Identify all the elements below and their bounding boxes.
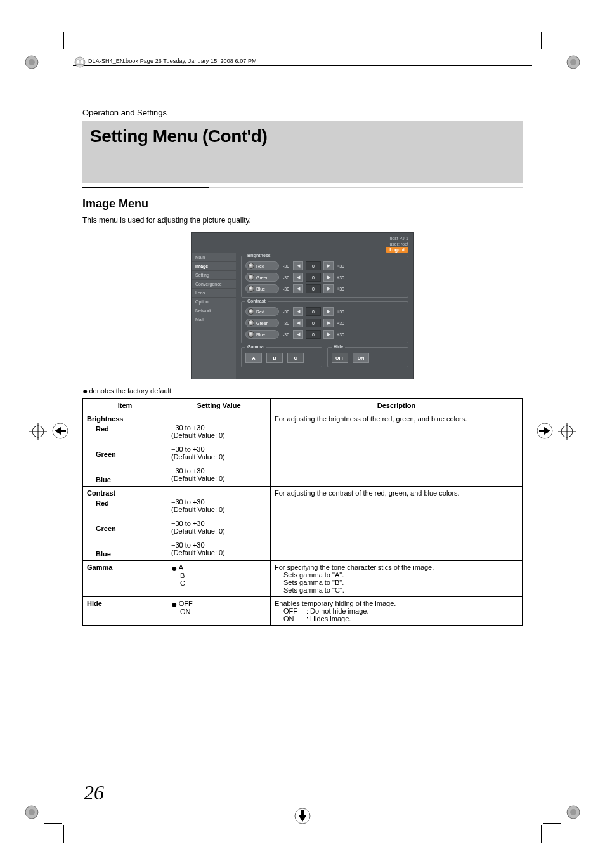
accent-rule (82, 183, 523, 192)
crop-mark (44, 51, 62, 51)
item-contrast-green: Green (87, 525, 163, 532)
brightness-green-value: 0 (306, 273, 321, 282)
host-name: host PJ-1 (389, 236, 408, 240)
th-value: Setting Value (167, 399, 271, 412)
desc-gamma-main: For specifying the tone characteristics … (275, 563, 518, 571)
contrast-blue-chip[interactable]: Blue (245, 330, 279, 339)
sidebar-item-setting[interactable]: Setting (192, 271, 236, 280)
sidebar: Main Image Setting Convergence Lens Opti… (192, 253, 236, 379)
hide-option-off[interactable]: OFF (332, 353, 348, 363)
svg-point-3 (570, 59, 576, 65)
desc-gamma-c: Sets gamma to "C". (275, 586, 518, 594)
radio-dot-icon (248, 274, 254, 280)
sidebar-item-option[interactable]: Option (192, 298, 236, 306)
brightness-blue-row: Blue -30 ◀ 0 ▶ +30 (245, 284, 404, 293)
logout-button[interactable]: Logout (386, 247, 408, 253)
desc-hide-off: OFF: Do not hide image. (275, 607, 518, 615)
value-contrast-blue-range: −30 to +30 (171, 541, 205, 549)
increment-button[interactable]: ▶ (323, 273, 334, 282)
brightness-red-chip[interactable]: Red (245, 261, 279, 270)
value-brightness-green-range: −30 to +30 (171, 445, 205, 453)
decrement-button[interactable]: ◀ (293, 284, 303, 293)
decrement-button[interactable]: ◀ (293, 307, 303, 316)
svg-marker-17 (539, 427, 550, 435)
decrement-button[interactable]: ◀ (293, 261, 303, 270)
desc-hide-on: ON: Hides image. (275, 615, 518, 622)
crop-mark (63, 825, 64, 843)
sidebar-item-mail[interactable]: Mail (192, 315, 236, 324)
item-brightness-red: Red (87, 425, 163, 433)
page-number: 26 (84, 781, 104, 805)
contrast-red-value: 0 (306, 307, 321, 316)
value-brightness-red-range: −30 to +30 (171, 424, 205, 431)
radio-dot-icon (248, 308, 254, 315)
row-gamma: Gamma ●A B C For specifying the tone cha… (83, 561, 523, 597)
section-path: Operation and Settings (82, 108, 523, 117)
item-hide: Hide (87, 600, 102, 607)
brightness-green-row: Green -30 ◀ 0 ▶ +30 (245, 273, 404, 282)
brightness-group: Brightness Red -30 ◀ 0 ▶ +30 Green (241, 256, 408, 298)
increment-button[interactable]: ▶ (323, 330, 334, 339)
value-contrast-red-default: (Default Value: 0) (171, 506, 225, 513)
range-max-label: +30 (336, 264, 345, 268)
item-brightness-green: Green (87, 450, 163, 458)
brightness-blue-chip[interactable]: Blue (245, 284, 279, 293)
crop-mark (63, 32, 64, 49)
brightness-red-value: 0 (306, 261, 321, 270)
sidebar-item-main[interactable]: Main (192, 253, 236, 262)
registration-mark-icon (19, 799, 44, 825)
th-desc: Description (271, 399, 523, 412)
item-contrast: Contrast (87, 489, 115, 497)
value-contrast-blue-default: (Default Value: 0) (171, 549, 225, 556)
item-brightness-blue: Blue (87, 476, 163, 483)
value-contrast-red-range: −30 to +30 (171, 498, 205, 506)
increment-button[interactable]: ▶ (323, 261, 334, 270)
radio-dot-icon (248, 263, 254, 269)
registration-mark-icon (561, 799, 586, 825)
sidebar-item-network[interactable]: Network (192, 306, 236, 315)
framemaker-header: DLA-SH4_EN.book Page 26 Tuesday, January… (73, 56, 532, 66)
brightness-green-chip[interactable]: Green (245, 273, 279, 282)
contrast-red-chip[interactable]: Red (245, 307, 279, 316)
contrast-red-row: Red -30 ◀ 0 ▶ +30 (245, 307, 404, 316)
desc-gamma-b: Sets gamma to "B". (275, 579, 518, 586)
sidebar-item-lens[interactable]: Lens (192, 289, 236, 298)
increment-button[interactable]: ▶ (323, 307, 334, 316)
decrement-button[interactable]: ◀ (293, 330, 303, 339)
svg-point-7 (570, 809, 576, 815)
sidebar-item-image[interactable]: Image (192, 262, 236, 271)
increment-button[interactable]: ▶ (323, 319, 334, 327)
decrement-button[interactable]: ◀ (293, 273, 303, 282)
item-brightness: Brightness (87, 415, 123, 423)
decrement-button[interactable]: ◀ (293, 319, 303, 327)
contrast-green-value: 0 (306, 319, 321, 327)
framemaker-header-text: DLA-SH4_EN.book Page 26 Tuesday, January… (88, 58, 257, 64)
crop-mark (44, 823, 62, 824)
gamma-option-c[interactable]: C (287, 353, 304, 363)
brightness-legend: Brightness (245, 253, 273, 258)
gamma-option-a[interactable]: A (245, 353, 262, 363)
value-brightness-blue-default: (Default Value: 0) (171, 475, 225, 482)
brightness-red-row: Red -30 ◀ 0 ▶ +30 (245, 261, 404, 270)
sub-heading: Image Menu (82, 197, 523, 211)
item-contrast-blue: Blue (87, 550, 163, 558)
value-gamma-c: C (180, 579, 185, 587)
default-dot-icon: ● (171, 565, 178, 572)
sidebar-item-convergence[interactable]: Convergence (192, 280, 236, 289)
contrast-legend: Contrast (245, 299, 268, 303)
gamma-option-b[interactable]: B (266, 353, 283, 363)
hide-option-on[interactable]: ON (353, 353, 369, 363)
svg-marker-19 (299, 810, 306, 822)
contrast-blue-row: Blue -30 ◀ 0 ▶ +30 (245, 330, 404, 339)
book-icon (74, 56, 86, 68)
increment-button[interactable]: ▶ (323, 284, 334, 293)
registration-mark-icon (554, 419, 580, 444)
value-hide-on: ON (180, 608, 191, 615)
host-info: host PJ-1 user: root (389, 235, 408, 247)
contrast-green-chip[interactable]: Green (245, 319, 279, 327)
row-hide: Hide ●OFF ON Enables temporary hiding of… (83, 597, 523, 626)
alignment-arrow-icon (51, 421, 70, 442)
contrast-green-row: Green -30 ◀ 0 ▶ +30 (245, 319, 404, 327)
registration-mark-icon (561, 49, 586, 75)
radio-dot-icon (248, 331, 254, 338)
